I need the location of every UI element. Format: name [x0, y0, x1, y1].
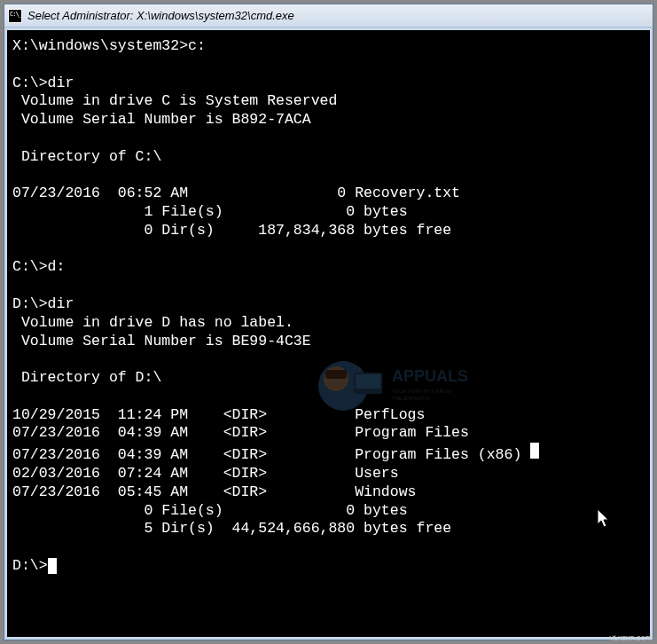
watermark-tagline-1: TECH HOW-TO'S FROM [392, 389, 451, 394]
cmd-icon [8, 9, 22, 23]
out-line: 1 File(s) 0 bytes [12, 203, 408, 220]
out-line: Volume in drive D has no label. [12, 314, 293, 331]
out-line: C:\>d: [12, 258, 65, 275]
out-line: D:\>dir [12, 295, 74, 312]
out-line: Volume in drive C is System Reserved [12, 92, 337, 109]
window-title: Select Administrator: X:\windows\system3… [27, 9, 294, 22]
watermark-brand: APPUALS [392, 367, 468, 385]
out-line: Volume Serial Number is B892-7ACA [12, 111, 311, 128]
out-line: 10/29/2015 11:24 PM <DIR> PerfLogs [12, 406, 425, 423]
cmd-window: Select Administrator: X:\windows\system3… [4, 4, 653, 640]
watermark-tagline-2: THE EXPERTS! [392, 396, 431, 401]
svg-rect-4 [356, 374, 380, 389]
out-line: C:\>dir [12, 75, 74, 91]
out-line: X:\windows\system32>c: [12, 37, 206, 54]
terminal-output[interactable]: X:\windows\system32>c: C:\>dir Volume in… [7, 30, 650, 637]
out-line: Directory of D:\ [12, 369, 161, 386]
out-line: 07/23/2016 04:39 AM <DIR> Program Files [12, 424, 469, 441]
out-line: 07/23/2016 04:39 AM <DIR> Program Files … [12, 446, 530, 463]
selection-highlight [530, 443, 539, 459]
source-attribution: vt.xsxn.com [609, 633, 652, 642]
svg-rect-3 [354, 373, 382, 394]
svg-rect-2 [325, 370, 347, 379]
out-line: 07/23/2016 05:45 AM <DIR> Windows [12, 483, 416, 500]
svg-point-1 [324, 366, 348, 391]
svg-point-0 [318, 361, 368, 411]
title-bar[interactable]: Select Administrator: X:\windows\system3… [4, 4, 653, 27]
out-line: 0 Dir(s) 187,834,368 bytes free [12, 222, 451, 239]
out-line: 07/23/2016 06:52 AM 0 Recovery.txt [12, 185, 460, 201]
out-line: 5 Dir(s) 44,524,666,880 bytes free [12, 520, 451, 537]
out-line: 02/03/2016 07:24 AM <DIR> Users [12, 465, 399, 482]
out-line: Directory of C:\ [12, 148, 161, 165]
prompt-line: D:\> [12, 557, 48, 574]
text-cursor [48, 558, 57, 574]
out-line: Volume Serial Number is BE99-4C3E [12, 333, 311, 349]
out-line: 0 File(s) 0 bytes [12, 502, 408, 519]
